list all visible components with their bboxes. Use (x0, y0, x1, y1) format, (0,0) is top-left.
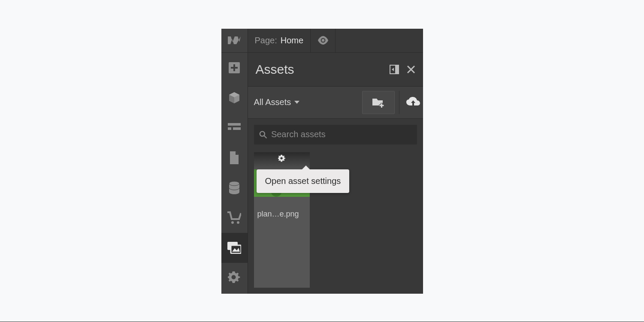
assets-icon (227, 242, 241, 254)
panel-header: Assets (248, 53, 423, 86)
svg-point-10 (231, 221, 234, 224)
tooltip-open-asset-settings: Open asset settings (257, 169, 350, 193)
webflow-logo[interactable] (221, 29, 248, 53)
cms-icon (228, 181, 240, 194)
settings-icon (228, 271, 241, 284)
webflow-logo-icon (227, 36, 242, 45)
page-label: Page: (255, 36, 277, 45)
svg-rect-26 (379, 105, 384, 106)
rail-add[interactable] (221, 53, 248, 83)
rail-assets[interactable] (221, 233, 248, 263)
svg-rect-17 (395, 65, 399, 74)
svg-rect-7 (233, 127, 241, 130)
asset-settings-button[interactable] (278, 155, 286, 164)
preview-button[interactable] (311, 29, 336, 53)
rail-symbols[interactable] (221, 83, 248, 113)
asset-filename: plan…e.png (254, 199, 310, 225)
cube-icon (228, 91, 241, 104)
asset-grid: plan…e.png Open asset settings (248, 150, 423, 294)
dock-button[interactable] (390, 65, 399, 74)
svg-point-1 (321, 39, 324, 42)
rail-settings[interactable] (221, 263, 248, 293)
rail-cms[interactable] (221, 173, 248, 203)
svg-point-11 (237, 221, 239, 224)
page-icon (229, 151, 239, 164)
ecommerce-icon (227, 211, 241, 224)
gear-icon (278, 155, 286, 163)
cloud-upload-icon (406, 97, 420, 108)
navigator-icon (228, 123, 241, 132)
dock-icon (390, 65, 399, 74)
panel-header-actions (390, 65, 415, 74)
panel-title: Assets (256, 62, 294, 77)
assets-panel: Assets (248, 53, 423, 294)
svg-point-15 (232, 275, 236, 279)
page-selector[interactable]: Page: Home (248, 29, 311, 52)
tooltip-text: Open asset settings (265, 176, 341, 186)
rail-ecommerce[interactable] (221, 203, 248, 233)
search-input[interactable] (271, 129, 412, 139)
search-icon (259, 130, 267, 139)
svg-line-28 (264, 135, 266, 138)
upload-button[interactable] (399, 91, 423, 114)
assets-toolbar: All Assets (248, 86, 423, 119)
eye-icon (317, 35, 329, 46)
svg-rect-13 (231, 245, 241, 253)
asset-item[interactable]: plan…e.png Open asset settings (254, 152, 310, 288)
svg-rect-4 (231, 67, 238, 69)
rail-navigator[interactable] (221, 113, 248, 143)
topbar: Page: Home (221, 29, 423, 53)
add-icon (228, 62, 240, 74)
assets-filter-dropdown[interactable]: All Assets (254, 97, 358, 107)
close-panel-button[interactable] (407, 65, 415, 74)
chevron-down-icon (294, 101, 299, 104)
rail-pages[interactable] (221, 143, 248, 173)
search-wrap (248, 119, 423, 150)
new-folder-button[interactable] (362, 91, 395, 114)
left-rail (221, 53, 248, 294)
svg-rect-6 (228, 127, 231, 130)
body: Assets (221, 53, 423, 294)
svg-point-27 (260, 131, 264, 136)
page-name: Home (281, 36, 303, 45)
folder-plus-icon (372, 97, 385, 108)
svg-point-29 (280, 157, 282, 159)
search-assets[interactable] (254, 125, 417, 144)
svg-rect-5 (228, 123, 241, 126)
assets-filter-label: All Assets (254, 97, 291, 107)
close-icon (407, 65, 415, 74)
designer-window: Page: Home (221, 29, 423, 294)
